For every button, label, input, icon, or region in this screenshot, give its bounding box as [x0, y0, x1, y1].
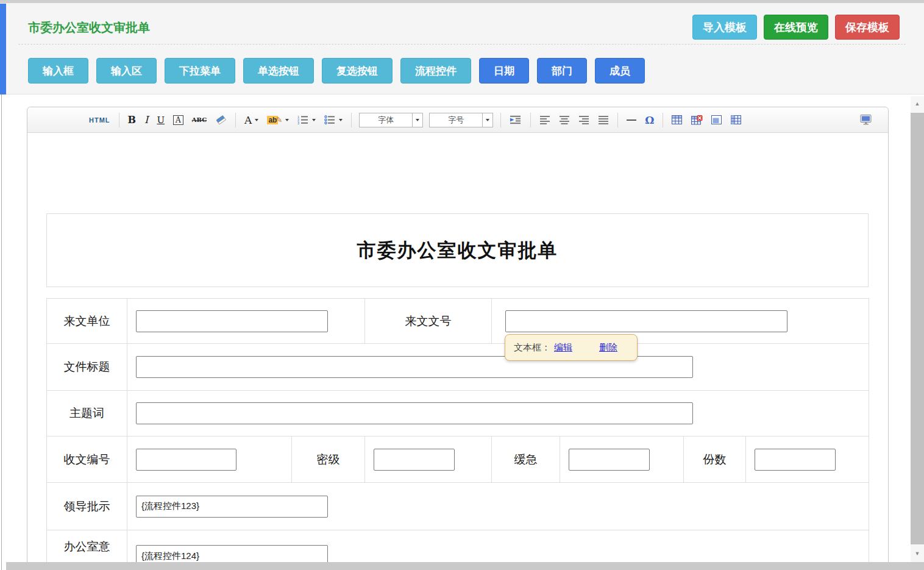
align-right-icon [578, 115, 589, 124]
char-border-icon: A [173, 115, 183, 125]
subject-input[interactable] [136, 402, 693, 424]
ordered-list-button[interactable]: 1 2 3 [295, 112, 318, 129]
scroll-up-button[interactable]: ▲ [911, 96, 924, 111]
delete-table-icon [691, 115, 703, 125]
toolbar-separator [500, 113, 501, 127]
dropdown-arrow-icon [486, 119, 489, 121]
unordered-list-button[interactable] [322, 112, 345, 129]
font-size-select[interactable]: 字号 [429, 113, 493, 127]
add-date-button[interactable]: 日期 [479, 58, 529, 84]
horizontal-rule-button[interactable] [624, 112, 639, 129]
insert-table-button[interactable] [669, 112, 685, 129]
urgency-input[interactable] [569, 449, 650, 471]
fullscreen-button[interactable] [857, 112, 875, 129]
align-justify-icon [598, 115, 609, 124]
font-family-arrow-button[interactable] [412, 113, 422, 127]
import-template-button[interactable]: 导入模板 [692, 15, 757, 40]
add-department-button[interactable]: 部门 [537, 58, 587, 84]
table-properties-icon [711, 115, 722, 125]
scrollbar-thumb[interactable] [911, 113, 924, 544]
table-properties-button[interactable] [709, 112, 725, 129]
window-bottom-edge [6, 562, 924, 570]
tooltip-label: 文本框： [514, 342, 550, 354]
dropdown-arrow-icon [285, 119, 289, 121]
align-left-button[interactable] [537, 112, 553, 129]
header-actions: 导入模板 在线预览 保存模板 [692, 15, 900, 40]
page-title: 市委办公室收文审批单 [28, 20, 150, 36]
html-source-button[interactable]: HTML [87, 112, 113, 129]
scroll-down-button[interactable]: ▼ [911, 546, 924, 561]
online-preview-button[interactable]: 在线预览 [764, 15, 828, 40]
omega-icon: Ω [645, 114, 654, 126]
font-family-value: 字体 [360, 113, 412, 127]
underline-icon: U [157, 115, 165, 126]
header: 市委办公室收文审批单 导入模板 在线预览 保存模板 输入框 输入区 下拉菜单 单… [6, 4, 924, 94]
toolbar-separator [530, 113, 531, 127]
vertical-scrollbar[interactable]: ▲ ▼ [911, 96, 924, 562]
add-member-button[interactable]: 成员 [595, 58, 645, 84]
horizontal-rule-icon [627, 119, 636, 121]
office-opinion-input[interactable] [136, 545, 328, 562]
toolbar-separator [351, 113, 352, 127]
cell-properties-button[interactable] [728, 112, 744, 129]
align-right-button[interactable] [576, 112, 592, 129]
ordered-list-icon: 1 2 3 [297, 115, 309, 124]
toolbar-separator [663, 113, 663, 127]
receipt-no-label: 收文编号 [47, 436, 127, 483]
editor-document[interactable]: 市委办公室收文审批单 来文单位 来文文号 文件标题 [27, 133, 888, 562]
bold-icon: B [128, 114, 137, 126]
special-char-button[interactable]: Ω [642, 112, 656, 129]
source-unit-input[interactable] [136, 310, 328, 332]
doc-title-label: 文件标题 [47, 344, 127, 391]
form-title: 市委办公室收文审批单 [357, 238, 558, 263]
secrecy-label: 密级 [292, 436, 365, 483]
monitor-icon [859, 115, 873, 125]
add-textarea-button[interactable]: 输入区 [96, 58, 157, 84]
save-template-button[interactable]: 保存模板 [835, 15, 900, 40]
delete-link[interactable]: 删除 [599, 342, 617, 354]
indent-button[interactable] [507, 112, 524, 129]
add-flow-control-button[interactable]: 流程控件 [400, 58, 471, 84]
align-center-button[interactable] [556, 112, 572, 129]
remove-format-button[interactable] [213, 112, 229, 129]
doc-number-input[interactable] [505, 310, 787, 332]
strikethrough-icon: ABC [192, 116, 207, 123]
font-color-button[interactable]: A [242, 112, 261, 129]
delete-table-button[interactable] [689, 112, 705, 129]
left-blue-strip [0, 4, 6, 94]
underline-button[interactable]: U [154, 112, 167, 129]
add-input-box-button[interactable]: 输入框 [28, 58, 88, 84]
control-tooltip: 文本框： 编辑 删除 [505, 334, 638, 361]
add-radio-button[interactable]: 单选按钮 [243, 58, 314, 84]
cell-properties-icon [731, 115, 742, 125]
indent-icon [510, 115, 522, 124]
eraser-icon [215, 115, 227, 124]
secrecy-input[interactable] [374, 449, 455, 471]
font-family-select[interactable]: 字体 [359, 113, 423, 127]
highlight-color-button[interactable]: ab✎ [265, 112, 291, 129]
table-row: 来文单位 来文文号 [47, 299, 869, 344]
copies-input[interactable] [755, 449, 836, 471]
source-unit-label: 来文单位 [47, 299, 127, 344]
table-row: 文件标题 [47, 344, 869, 391]
align-left-icon [539, 115, 550, 124]
app-window: 市委办公室收文审批单 导入模板 在线预览 保存模板 输入框 输入区 下拉菜单 单… [0, 0, 924, 570]
receipt-no-input[interactable] [136, 449, 236, 471]
leader-comment-label: 领导批示 [47, 483, 127, 530]
unordered-list-icon [324, 115, 336, 124]
dropdown-arrow-icon [339, 119, 343, 121]
bold-button[interactable]: B [126, 112, 139, 129]
char-border-button[interactable]: A [171, 112, 186, 129]
add-dropdown-button[interactable]: 下拉菜单 [165, 58, 235, 84]
dropdown-arrow-icon [255, 119, 258, 121]
toolbar-separator [617, 113, 618, 127]
italic-button[interactable]: I [142, 112, 151, 129]
font-size-arrow-button[interactable] [482, 113, 492, 127]
align-justify-button[interactable] [595, 112, 611, 129]
editor-toolbar: HTML B I U A ABC A ab✎ [27, 107, 888, 133]
edit-link[interactable]: 编辑 [554, 342, 572, 354]
strikethrough-button[interactable]: ABC [190, 112, 209, 129]
leader-comment-input[interactable] [136, 496, 328, 518]
table-row: 办公室意 [47, 530, 869, 563]
add-checkbox-button[interactable]: 复选按钮 [322, 58, 393, 84]
